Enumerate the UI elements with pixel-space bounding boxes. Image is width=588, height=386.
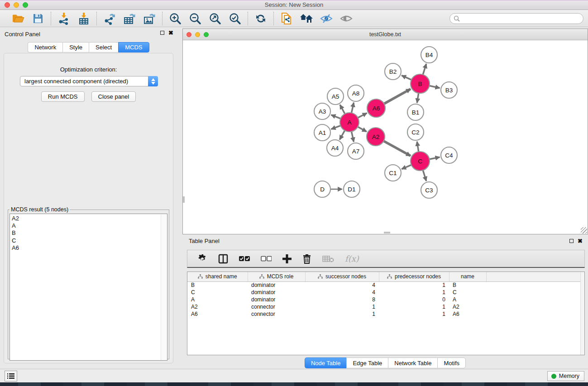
table-cell[interactable]: 4 — [305, 281, 379, 289]
table-cell[interactable]: 0 — [379, 296, 449, 303]
column-header-name[interactable]: name — [449, 272, 486, 281]
edge-A-A5[interactable] — [340, 105, 345, 114]
open-folder-icon[interactable] — [10, 12, 26, 25]
column-header-MCDS-role[interactable]: MCDS role — [248, 272, 305, 281]
column-header-predecessor-nodes[interactable]: predecessor nodes — [379, 272, 449, 281]
export-image-icon[interactable] — [141, 12, 158, 25]
table-cell[interactable]: connector — [248, 310, 305, 318]
float-table-panel-icon[interactable] — [569, 239, 574, 243]
float-panel-icon[interactable] — [160, 31, 164, 35]
edge-A-A3[interactable] — [331, 115, 341, 119]
tab-node-table[interactable]: Node Table — [305, 357, 347, 368]
node-A4[interactable]: A4 — [327, 140, 343, 156]
node-C3[interactable]: C3 — [421, 182, 437, 198]
table-cell[interactable]: B — [187, 281, 248, 289]
table-cell[interactable]: 1 — [379, 310, 449, 318]
tab-mcds[interactable]: MCDS — [118, 42, 149, 52]
table-cell[interactable]: dominator — [248, 281, 305, 289]
refresh-icon[interactable] — [253, 12, 269, 25]
node-A5[interactable]: A5 — [327, 88, 344, 105]
node-C1[interactable]: C1 — [385, 165, 401, 181]
close-panel-icon[interactable]: ✖ — [168, 30, 173, 35]
edge-B-B3[interactable] — [429, 86, 440, 88]
table-scrollbar[interactable] — [580, 272, 584, 355]
edge-A-A1[interactable] — [331, 125, 342, 129]
zoom-fit-icon[interactable] — [207, 12, 223, 25]
save-icon[interactable] — [30, 12, 46, 25]
node-A2[interactable]: A2 — [367, 128, 385, 146]
result-item-a6[interactable]: A6 — [12, 244, 167, 252]
node-A1[interactable]: A1 — [314, 124, 330, 141]
edge-C-C4[interactable] — [429, 157, 440, 159]
node-A[interactable]: A — [340, 113, 359, 132]
table-cell[interactable]: 8 — [305, 296, 379, 303]
import-table-icon[interactable] — [76, 12, 92, 25]
edge-C-C3[interactable] — [423, 169, 426, 181]
result-item-a[interactable]: A — [12, 222, 167, 229]
mcds-result-list[interactable]: A2ABCA6 — [10, 214, 167, 361]
table-cell[interactable]: A — [187, 296, 248, 303]
delete-column-trash-icon[interactable] — [302, 253, 311, 265]
network-hscroll-thumb[interactable] — [384, 232, 390, 234]
table-cell[interactable]: A6 — [449, 310, 486, 318]
table-cell[interactable]: C — [187, 289, 248, 296]
node-D1[interactable]: D1 — [344, 181, 360, 197]
export-table-icon[interactable] — [121, 12, 138, 25]
tab-style[interactable]: Style — [62, 42, 89, 52]
resize-grip[interactable] — [581, 227, 587, 234]
node-B[interactable]: B — [411, 74, 430, 93]
run-mcds-button[interactable]: Run MCDS — [41, 91, 85, 102]
edge-B-B1[interactable] — [417, 92, 419, 103]
edge-A6-B[interactable] — [383, 89, 411, 105]
edge-B-B4[interactable] — [423, 64, 426, 76]
close-table-panel-icon[interactable]: ✖ — [578, 238, 583, 243]
tab-select[interactable]: Select — [89, 42, 118, 52]
unselect-all-columns-icon[interactable] — [261, 253, 272, 265]
tab-edge-table[interactable]: Edge Table — [346, 357, 388, 368]
table-cell[interactable]: A2 — [187, 303, 248, 310]
table-cell[interactable]: B — [449, 281, 486, 289]
table-cell[interactable]: A2 — [449, 303, 486, 310]
node-A6[interactable]: A6 — [367, 99, 385, 117]
table-settings-gear-icon[interactable] — [197, 253, 207, 265]
column-view-icon[interactable] — [218, 253, 228, 265]
panel-list-button[interactable] — [5, 371, 17, 381]
table-cell[interactable]: A6 — [187, 310, 248, 318]
eye-icon[interactable] — [338, 12, 354, 25]
zoom-in-icon[interactable] — [167, 12, 183, 25]
node-C[interactable]: C — [411, 152, 430, 171]
node-C4[interactable]: C4 — [441, 147, 457, 163]
edge-A-A6[interactable] — [357, 113, 367, 118]
export-network-icon[interactable] — [101, 12, 118, 25]
network-vscroll-thumb[interactable] — [183, 196, 185, 203]
table-cell[interactable]: 1 — [379, 281, 449, 289]
result-scrollbar[interactable] — [161, 214, 167, 361]
result-item-b[interactable]: B — [12, 229, 167, 237]
network-canvas[interactable]: B4B2BB3A5A8A6A3B1AA1C2A2A4A7C4CC1C3DD1 — [183, 40, 588, 234]
zoom-selected-icon[interactable] — [227, 12, 243, 25]
tab-motifs[interactable]: Motifs — [437, 357, 466, 368]
node-B3[interactable]: B3 — [441, 82, 457, 98]
edge-A-A4[interactable] — [339, 130, 345, 140]
table-cell[interactable]: C — [449, 289, 486, 296]
select-all-columns-icon[interactable] — [239, 253, 250, 265]
eye-slash-icon[interactable] — [318, 12, 335, 25]
result-item-a2[interactable]: A2 — [12, 215, 167, 222]
table-cell[interactable]: dominator — [248, 296, 305, 303]
duplicate-network-icon[interactable] — [278, 12, 295, 25]
search-input[interactable] — [462, 15, 575, 22]
node-B1[interactable]: B1 — [407, 104, 424, 120]
column-header-shared-name[interactable]: shared name — [187, 272, 248, 281]
column-header-successor-nodes[interactable]: successor nodes — [305, 272, 379, 281]
memory-button[interactable]: Memory — [547, 371, 584, 381]
close-panel-button[interactable]: Close panel — [91, 91, 136, 102]
create-column-plus-icon[interactable] — [282, 253, 292, 265]
table-cell[interactable]: A — [449, 296, 486, 303]
node-B2[interactable]: B2 — [385, 63, 401, 80]
search-field[interactable] — [449, 13, 583, 24]
table-cell[interactable]: 1 — [305, 303, 379, 310]
node-A3[interactable]: A3 — [314, 103, 330, 119]
result-item-c[interactable]: C — [12, 237, 167, 244]
zoom-out-icon[interactable] — [187, 12, 203, 25]
criterion-select[interactable]: largest connected component (directed) — [20, 76, 158, 86]
